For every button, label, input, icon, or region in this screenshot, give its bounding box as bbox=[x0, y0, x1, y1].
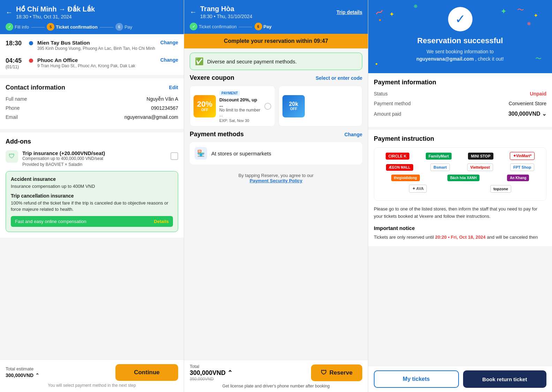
insurance-title: Trip insurance (+20.000VND/seat) bbox=[22, 150, 105, 156]
pm-option: 🏪 At stores or supermarkets bbox=[190, 142, 362, 164]
notice-deadline: 20:20 • Fri, Oct 18, 2024 bbox=[435, 235, 486, 240]
contact-fullname-value: Nguyễn Văn A bbox=[146, 96, 178, 102]
coupon-title: Vexere coupon bbox=[190, 74, 234, 82]
insurance-provider: Provided by BAOVIET × Saladin bbox=[22, 162, 105, 167]
accident-ins-text: Insurance compensation up to 400M VND bbox=[11, 183, 173, 190]
store-viettel-post: Viettelpost bbox=[467, 163, 493, 171]
store-vin-mart: ✦VinMart* bbox=[510, 152, 535, 160]
panel-1: ← Hồ Chí Minh → Đắk Lắk 18:30 • Thu, Oct… bbox=[0, 0, 184, 392]
p2-total-amount: 300,000VND ⌃ bbox=[190, 369, 233, 377]
insurance-details-link[interactable]: Details bbox=[154, 219, 169, 224]
step1-circle: ✓ bbox=[6, 23, 13, 31]
contact-edit-link[interactable]: Edit bbox=[169, 85, 178, 90]
panel1-back-icon[interactable]: ← bbox=[6, 8, 13, 16]
coupon-desc-1: Discount 20%, up ... bbox=[219, 97, 261, 108]
payment-info-section: Payment information Status Unpaid Paymen… bbox=[368, 73, 552, 130]
payment-method-label: Payment method bbox=[374, 101, 411, 106]
departure-row: 18:30 Mien Tay Bus Station 395 Kinh Duon… bbox=[6, 40, 178, 52]
panel2-datetime: 18:30 • Thu, 31/10/2024 bbox=[200, 14, 252, 19]
coupon-sub-1: No limit to the number ... bbox=[219, 108, 261, 117]
stores-grid: CIRCLE K FamilyMart MINI STOP ✦VinMart* … bbox=[374, 147, 546, 201]
status-row: Status Unpaid bbox=[374, 91, 546, 97]
step3-circle: 6 bbox=[115, 23, 123, 31]
shield-reserve-icon: 🛡 bbox=[321, 369, 327, 376]
payment-instruction-section: Payment instruction CIRCLE K FamilyMart … bbox=[368, 130, 552, 246]
fast-comp-text: Fast and easy online compensation bbox=[15, 219, 86, 224]
p2-step1-circle: ✓ bbox=[190, 23, 197, 30]
panel-3: 〜 ✦ ❋ ● 〜 ✦ ✦ ❋ ● 〜 ✓ Reservation succes… bbox=[368, 0, 552, 392]
arrival-row: 04:45 (01/11) Phuoc An Office 9 Tran Hun… bbox=[6, 57, 178, 69]
p2-total-label: Total bbox=[190, 364, 233, 369]
coupon-badge-1: PAYMENT bbox=[219, 91, 240, 96]
status-label: Status bbox=[374, 91, 388, 97]
coupon-img-1: 20% OFF bbox=[194, 95, 216, 117]
arrival-station: Phuoc An Office bbox=[37, 57, 156, 63]
store-ava: ✦ AVA bbox=[409, 185, 427, 193]
store-bachhoaxanh: Bách hóa XANH bbox=[447, 175, 479, 181]
success-subtitle: We sent booking information to nguyenvan… bbox=[374, 48, 546, 63]
policy-pre-text: By tapping Reserve, you agree to our bbox=[239, 173, 313, 178]
panel-2: ← Trang Hòa 18:30 • Thu, 31/10/2024 Trip… bbox=[184, 0, 368, 392]
contact-fullname-row: Full name Nguyễn Văn A bbox=[6, 96, 178, 102]
status-value: Unpaid bbox=[530, 91, 546, 97]
store-icon: 🏪 bbox=[195, 147, 207, 160]
insurance-checkbox[interactable] bbox=[171, 152, 178, 160]
store-ankhang: An Khang bbox=[507, 175, 529, 181]
success-title: Reservation successful bbox=[374, 36, 546, 45]
store-family-mart: FamilyMart bbox=[426, 153, 452, 160]
contact-phone-value: 0901234567 bbox=[151, 105, 178, 111]
select-code-link[interactable]: Select or enter code bbox=[316, 75, 362, 81]
panel1-header: ← Hồ Chí Minh → Đắk Lắk 18:30 • Thu, Oct… bbox=[0, 0, 184, 34]
insurance-text: Trip insurance (+20.000VND/seat) Compens… bbox=[22, 150, 105, 167]
coupon-card-1[interactable]: 20% OFF PAYMENT Discount 20%, up ... No … bbox=[190, 86, 275, 126]
contact-email-label: Email bbox=[6, 114, 18, 120]
shield-icon: 🛡 bbox=[6, 150, 18, 163]
payment-method-row: Payment method Convenient Store bbox=[374, 101, 546, 106]
secure-text: Diverse and secure payment methods. bbox=[207, 59, 297, 64]
step-divider-1: ——— bbox=[31, 24, 45, 30]
stores-row-4: ✦ AVA topzone bbox=[378, 185, 542, 193]
contact-section: Contact information Edit Full name Nguyễ… bbox=[0, 78, 184, 129]
total-label: Total estimate bbox=[6, 366, 39, 371]
notice-text: Tickets are only reserved until 20:20 • … bbox=[374, 234, 546, 241]
p2-total-orig: 350,000VND bbox=[190, 377, 233, 382]
policy-text: By tapping Reserve, you agree to our Pay… bbox=[184, 169, 368, 187]
policy-link[interactable]: Payment Security Policy bbox=[250, 178, 302, 183]
panel1-content: 18:30 Mien Tay Bus Station 395 Kinh Duon… bbox=[0, 34, 184, 377]
pm-change-link[interactable]: Change bbox=[345, 132, 362, 137]
book-return-button[interactable]: Book return ticket bbox=[463, 370, 547, 388]
contact-email-value: nguyenvana@gmail.com bbox=[124, 114, 178, 120]
step-pay: 6 Pay bbox=[115, 23, 132, 31]
arrival-time: 04:45 (01/11) bbox=[6, 57, 25, 69]
store-bsmart: Bsmart bbox=[430, 163, 450, 171]
p2-step-pay: 6 Pay bbox=[255, 23, 272, 30]
contact-email-row: Email nguyenvana@gmail.com bbox=[6, 114, 178, 120]
panel2-back-icon[interactable]: ← bbox=[190, 8, 197, 16]
coupon-img-2: 20k OFF bbox=[282, 95, 305, 117]
store-topzone: topzone bbox=[490, 185, 511, 193]
instruction-text: Please go to one of the listed stores, t… bbox=[374, 206, 546, 220]
departure-change-link[interactable]: Change bbox=[160, 40, 178, 45]
coupon-section: Vexere coupon Select or enter code 20% O… bbox=[184, 74, 368, 126]
step2-label: Ticket confirmation bbox=[56, 24, 98, 30]
panel3-footer: My tickets Book return ticket bbox=[368, 366, 552, 392]
continue-button[interactable]: Continue bbox=[115, 364, 178, 381]
step1-label: Fill info bbox=[15, 24, 29, 30]
insurance-sub: Compensation up to 400,000,000 VND/seat bbox=[22, 156, 105, 161]
departure-address: 395 Kinh Duong Vuong, Phuong An Lac, Bin… bbox=[37, 46, 156, 52]
success-email: nguyenvana@gmail.com bbox=[416, 56, 474, 62]
my-tickets-button[interactable]: My tickets bbox=[374, 370, 459, 388]
pm-title: Payment methods bbox=[190, 131, 244, 138]
payment-instruction-title: Payment instruction bbox=[374, 135, 546, 143]
step-fill-info: ✓ Fill info bbox=[6, 23, 29, 31]
reserve-button[interactable]: 🛡 Reserve bbox=[311, 364, 362, 381]
insurance-bottom-bar: Fast and easy online compensation Detail… bbox=[11, 216, 173, 227]
store-fpt: FPT Shop bbox=[510, 163, 534, 171]
stores-row-3: thegioididong Bách hóa XANH An Khang bbox=[378, 175, 542, 181]
coupon-card-2[interactable]: 20k OFF bbox=[279, 86, 362, 126]
coupon-radio-1[interactable] bbox=[264, 103, 271, 110]
arrival-dot bbox=[29, 59, 33, 63]
trip-details-link[interactable]: Trip details bbox=[337, 9, 362, 15]
arrival-change-link[interactable]: Change bbox=[160, 57, 178, 63]
contact-title: Contact information bbox=[6, 84, 65, 91]
